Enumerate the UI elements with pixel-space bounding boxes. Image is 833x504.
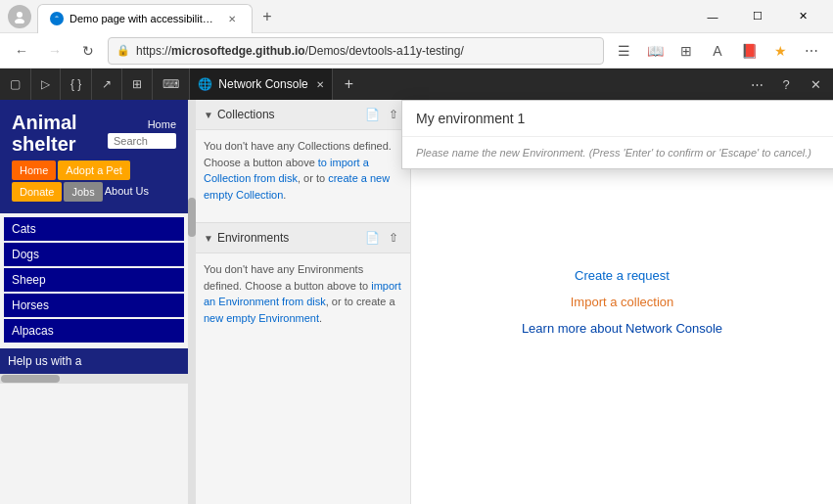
devtools-tabs: ▢ ▷ { } ↗ ⊞ ⌨ 🌐 Network Console ✕ + ⋯ ? … — [0, 69, 833, 100]
network-console-tab[interactable]: 🌐 Network Console ✕ — [190, 69, 332, 100]
list-item[interactable]: Alpacas — [4, 319, 184, 343]
console-icon: ▷ — [41, 77, 50, 91]
h-scrollbar-thumb[interactable] — [1, 375, 60, 383]
collections-toggle-icon[interactable]: ▼ — [204, 110, 213, 120]
nav-about-link[interactable]: About Us — [105, 182, 149, 202]
forward-btn[interactable]: → — [41, 37, 69, 65]
reading-view-icon[interactable]: 📖 — [641, 37, 669, 65]
refresh-btn[interactable]: ↻ — [74, 37, 102, 65]
close-btn[interactable]: ✕ — [780, 1, 825, 32]
environments-toggle-icon[interactable]: ▼ — [204, 233, 213, 244]
learn-more-link[interactable]: Learn more about Network Console — [522, 321, 722, 336]
environments-title: Environments — [217, 231, 359, 245]
environments-header: ▼ Environments 📄 ⇧ — [196, 222, 410, 253]
add-tab-btn[interactable]: + — [337, 75, 361, 93]
devtools-panel: My environment 1 Please name the new Env… — [196, 100, 833, 504]
import-collection-main-link[interactable]: Import a collection — [571, 295, 674, 309]
collections-section: ▼ Collections 📄 ⇧ You don't have any Col… — [196, 100, 410, 210]
split-screen-icon[interactable]: ⊞ — [672, 37, 700, 65]
devtools-tab-sources[interactable]: { } — [61, 69, 92, 100]
url-bar[interactable]: 🔒 https://microsoftedge.github.io/Demos/… — [108, 37, 604, 65]
devtools-tab-elements[interactable]: ▢ — [0, 69, 31, 100]
favorites-icon[interactable]: ★ — [766, 37, 794, 65]
list-item[interactable]: Cats — [4, 217, 184, 241]
network-icon: ↗ — [102, 77, 112, 91]
import-env-link[interactable]: import an Environment from disk — [204, 280, 401, 308]
environments-body: You don't have any Environments defined.… — [196, 253, 410, 334]
profile-icon[interactable] — [8, 5, 31, 28]
devtools-close-btn[interactable]: ✕ — [802, 70, 829, 98]
nav-home-btn[interactable]: Home — [12, 160, 56, 180]
tab-close-btn[interactable]: ✕ — [224, 11, 240, 26]
site-search-area: Home — [108, 118, 176, 149]
collections-panel: ▼ Collections 📄 ⇧ You don't have any Col… — [196, 100, 411, 504]
globe-icon: 🌐 — [198, 77, 212, 91]
env-file-icon[interactable]: 📄 — [363, 229, 381, 247]
devtools-tab-keyboard[interactable]: ⌨ — [153, 69, 190, 100]
main-content: Animal shelter Home Home Adopt a Pet Don… — [0, 100, 833, 504]
title-bar: Demo page with accessibility iss ✕ + — ☐… — [0, 0, 833, 33]
elements-icon: ▢ — [10, 77, 21, 91]
nav-donate-btn[interactable]: Donate — [12, 182, 62, 202]
site-title-line2: shelter — [12, 133, 100, 155]
devtools-more-btn[interactable]: ⋯ — [743, 70, 770, 98]
address-bar: ← → ↻ 🔒 https://microsoftedge.github.io/… — [0, 33, 833, 69]
popup-placeholder[interactable]: Please name the new Environment. (Press … — [402, 137, 833, 168]
immersive-reader-icon[interactable]: 📕 — [735, 37, 763, 65]
v-scrollbar[interactable] — [188, 100, 196, 504]
collections-body: You don't have any Collections defined. … — [196, 130, 410, 210]
restore-btn[interactable]: ☐ — [735, 1, 780, 32]
devtools-tab-network[interactable]: ↗ — [92, 69, 122, 100]
collections-title: Collections — [217, 108, 359, 121]
minimize-btn[interactable]: — — [690, 1, 735, 32]
list-item[interactable]: Horses — [4, 294, 184, 317]
upload-icon[interactable]: ⇧ — [385, 106, 402, 123]
popup-title: My environment 1 — [402, 101, 833, 137]
env-upload-icon[interactable]: ⇧ — [385, 229, 402, 247]
search-label: Home — [148, 118, 176, 130]
more-tools-icon[interactable]: ⋯ — [798, 37, 825, 65]
window-controls: — ☐ ✕ — [690, 1, 825, 32]
url-text: https://microsoftedge.github.io/Demos/de… — [136, 44, 595, 58]
v-scrollbar-thumb[interactable] — [188, 198, 196, 237]
toolbar-icons: ☰ 📖 ⊞ A 📕 ★ ⋯ — [610, 37, 825, 65]
environments-section: ▼ Environments 📄 ⇧ You don't have any En… — [196, 214, 410, 334]
tab-title: Demo page with accessibility iss — [69, 13, 218, 24]
url-path: /Demos/devtools-a11y-testing/ — [305, 44, 464, 58]
lock-icon: 🔒 — [116, 44, 130, 57]
site-content: Animal shelter Home Home Adopt a Pet Don… — [0, 100, 188, 504]
h-scrollbar[interactable] — [0, 374, 188, 384]
create-request-link[interactable]: Create a request — [575, 268, 670, 283]
search-input[interactable] — [108, 133, 176, 149]
list-item[interactable]: Sheep — [4, 268, 184, 292]
list-item[interactable]: Dogs — [4, 243, 184, 266]
site-nav: Home Adopt a Pet Donate Jobs About Us — [12, 160, 176, 202]
site-footer: Help us with a — [0, 348, 188, 374]
network-console-label: Network Console — [218, 77, 307, 91]
collections-header: ▼ Collections 📄 ⇧ — [196, 100, 410, 130]
file-icon[interactable]: 📄 — [363, 106, 381, 123]
nav-adopt-btn[interactable]: Adopt a Pet — [58, 160, 130, 180]
environment-popup: My environment 1 Please name the new Env… — [401, 100, 833, 169]
grid-icon: ⊞ — [132, 77, 142, 91]
devtools-help-btn[interactable]: ? — [772, 70, 800, 98]
collections-icon[interactable]: ☰ — [610, 37, 637, 65]
sources-icon: { } — [70, 77, 81, 91]
back-btn[interactable]: ← — [8, 37, 35, 65]
devtools-tab-grid[interactable]: ⊞ — [122, 69, 153, 100]
create-env-link[interactable]: new empty Environment — [204, 312, 319, 324]
devtools-right-controls: ⋯ ? ✕ — [743, 70, 833, 98]
site-header-top: Animal shelter Home — [12, 112, 176, 155]
nav-jobs-btn[interactable]: Jobs — [64, 182, 102, 202]
svg-point-1 — [15, 19, 24, 23]
site-list: Cats Dogs Sheep Horses Alpacas — [0, 213, 188, 348]
nc-tab-close-icon[interactable]: ✕ — [316, 79, 324, 90]
site-logo: Animal shelter — [12, 112, 100, 155]
active-tab[interactable]: Demo page with accessibility iss ✕ — [37, 4, 253, 33]
svg-point-0 — [17, 12, 23, 18]
new-tab-btn[interactable]: + — [253, 3, 282, 30]
translate-icon[interactable]: A — [704, 37, 731, 65]
collections-icons: 📄 ⇧ — [363, 106, 402, 123]
website-pane: Animal shelter Home Home Adopt a Pet Don… — [0, 100, 196, 504]
devtools-tab-console[interactable]: ▷ — [31, 69, 61, 100]
